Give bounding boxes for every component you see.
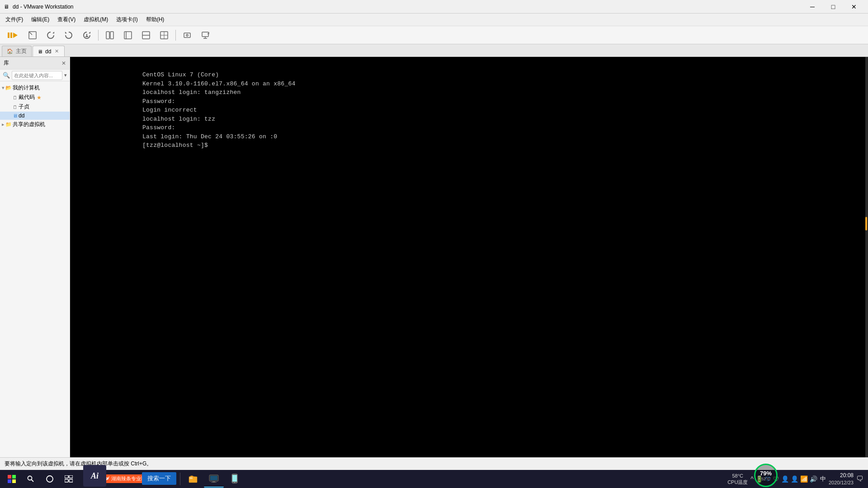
clock-date: 2020/12/23 [829,479,854,486]
sidebar-search-icon: 🔍 [3,72,10,79]
toolbar-btn-2[interactable] [42,29,59,42]
sidebar-search-input[interactable] [12,71,62,80]
svg-rect-34 [65,479,68,482]
svg-marker-7 [89,32,90,33]
notification-icon[interactable]: 🗨 [856,475,863,483]
taskbar-search-action[interactable]: 搜索一下 [141,470,177,488]
tray-lang[interactable]: 中 [820,475,826,483]
console-line-5: Login incorrect [142,106,854,115]
toolbar-sep-1 [98,30,99,41]
toolbar-btn-3[interactable] [61,29,77,42]
svg-rect-33 [69,475,73,478]
search-submit-btn[interactable]: 搜索一下 [142,472,176,485]
daima-label: 戴代码 [19,94,35,101]
sidebar-item-dd[interactable]: 🖥 dd [0,112,70,120]
folder-open-icon: 📂 [5,85,12,91]
console-line-7: localhost login: tzz [142,115,854,124]
menu-edit[interactable]: 编辑(E) [28,14,53,25]
menu-view[interactable]: 查看(V) [54,14,79,25]
cpu-temp-area: 58°C CPU温度 [727,473,748,486]
toolbar-snap-btn[interactable] [179,29,195,42]
tray-wifi[interactable]: 📶 [800,475,808,483]
console-area[interactable]: CentOS Linux 7 (Core)Kernel 3.10.0-1160.… [70,57,868,457]
mycomputer-label: 我的计算机 [13,84,40,92]
expand-arrow-icon-2: ▸ [2,122,5,127]
sidebar-item-mycomputer[interactable]: ▾ 📂 我的计算机 [0,83,70,93]
right-scroll-border [865,57,868,457]
vm-active-icon: 🖥 [13,113,18,118]
menu-vm[interactable]: 虚拟机(M) [80,14,112,25]
cpu-percent: 79% [760,470,772,477]
clock-area[interactable]: 20:08 2020/12/23 [829,472,854,486]
taskbar-app-vmware[interactable] [204,470,224,488]
start-button[interactable] [3,471,21,487]
svg-rect-35 [69,479,73,482]
maximize-button[interactable]: □ [823,0,844,14]
sidebar-header: 库 ✕ [0,57,70,70]
sidebar-item-shared[interactable]: ▸ 📁 共享的虚拟机 [0,120,70,129]
zizhen-label: 子贞 [19,103,29,111]
home-icon: 🏠 [7,48,13,54]
svg-rect-0 [8,33,9,38]
tab-dd-close[interactable]: ✕ [54,48,60,55]
tray-user1[interactable]: 👤 [781,475,789,483]
minimize-button[interactable]: ─ [802,0,823,14]
toolbar-view-1[interactable] [102,29,118,42]
console-inner[interactable]: CentOS Linux 7 (Core)Kernel 3.10.0-1160.… [70,57,868,457]
power-play-pause-btn[interactable] [3,29,23,42]
taskbar-app-explorer[interactable] [183,470,203,488]
title-bar-icon: 🖥 [4,4,9,10]
toolbar [0,26,868,44]
ai-label: Ai [91,471,99,481]
sidebar: 库 ✕ 🔍 ▾ ▾ 📂 我的计算机 🗒 戴代码 ★ 🗒 子贞 [0,57,70,457]
vm-tab-icon: 🖥 [38,49,42,54]
console-line-10: [tzz@localhost ~]$ [142,141,854,150]
tray-user2[interactable]: 👤 [791,475,798,483]
menu-file[interactable]: 文件(F) [2,14,27,25]
console-line-3: localhost login: tangzizhen [142,88,854,97]
shared-label: 共享的虚拟机 [13,121,45,128]
svg-rect-32 [65,475,68,478]
toolbar-view-4[interactable] [156,29,172,42]
toolbar-btn-1[interactable] [24,29,41,42]
taskbar-sep-main [180,473,180,485]
sidebar-search-arrow[interactable]: ▾ [64,72,67,78]
tab-bar: 🏠 主页 🖥 dd ✕ [0,44,868,57]
svg-rect-45 [232,475,237,482]
taskbar-left: 3 e 🌶 湖南辣条专业班考核 搜索一下 [0,470,247,488]
sidebar-close-icon[interactable]: ✕ [61,60,66,66]
clock-time: 20:08 [829,472,854,479]
menu-help[interactable]: 帮助(H) [142,14,168,25]
taskbar-search-btn[interactable] [22,471,40,487]
svg-rect-41 [210,476,217,480]
taskview-btn[interactable] [60,471,78,487]
toolbar-display-btn[interactable] [197,29,213,42]
tray-show-hidden[interactable]: ^ [750,475,754,483]
close-button[interactable]: ✕ [844,0,864,14]
svg-point-46 [234,482,235,483]
main-area: 库 ✕ 🔍 ▾ ▾ 📂 我的计算机 🗒 戴代码 ★ 🗒 子贞 [0,57,868,457]
tab-home[interactable]: 🏠 主页 [2,46,32,56]
toolbar-view-2[interactable] [120,29,136,42]
taskbar-app-phone[interactable] [225,470,245,488]
tray-volume[interactable]: 🔊 [810,475,817,483]
svg-rect-26 [12,475,16,479]
cortana-btn[interactable] [41,471,59,487]
sidebar-item-daima[interactable]: 🗒 戴代码 ★ [0,93,70,102]
svg-line-4 [29,32,32,35]
cpu-widget[interactable]: 79% 52°C [754,464,778,487]
taskbar-app-spicy[interactable]: 🌶 湖南辣条专业班考核 [120,470,140,488]
sidebar-item-zizhen[interactable]: 🗒 子贞 [0,102,70,112]
menu-tabs[interactable]: 选项卡(I) [113,14,141,25]
svg-marker-6 [65,32,67,33]
svg-point-31 [47,476,53,482]
toolbar-view-3[interactable] [138,29,154,42]
svg-rect-25 [8,475,11,479]
ai-button[interactable]: Ai [83,465,106,487]
svg-rect-11 [110,32,113,39]
tab-dd[interactable]: 🖥 dd ✕ [33,46,65,56]
menu-bar: 文件(F) 编辑(E) 查看(V) 虚拟机(M) 选项卡(I) 帮助(H) [0,14,868,26]
toolbar-btn-4[interactable] [79,29,95,42]
sidebar-search-area: 🔍 ▾ [0,70,70,81]
dd-label: dd [19,113,24,119]
